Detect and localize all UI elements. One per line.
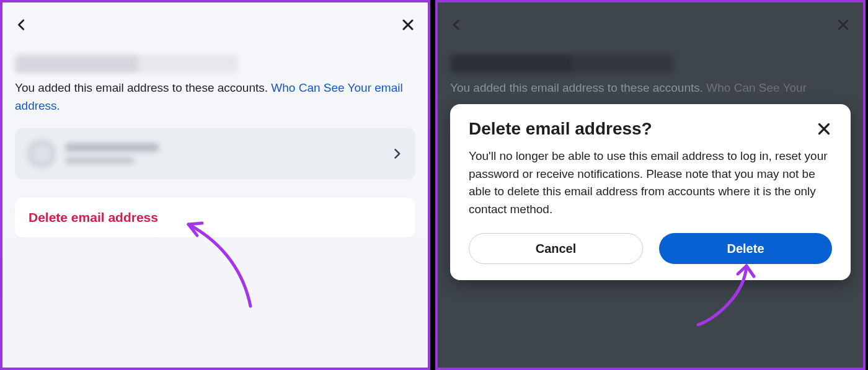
delete-email-label: Delete email address — [29, 210, 158, 224]
account-row-left — [27, 139, 159, 168]
account-row[interactable] — [15, 128, 415, 179]
email-address-redacted — [450, 55, 673, 73]
delete-confirmation-modal: Delete email address? You'll no longer b… — [450, 104, 851, 280]
back-icon[interactable] — [15, 18, 29, 32]
description-text: You added this email address to these ac… — [15, 79, 415, 115]
email-address-redacted — [15, 55, 238, 73]
account-name-redacted — [66, 143, 159, 164]
avatar — [27, 139, 56, 168]
chevron-right-icon — [391, 148, 403, 160]
close-icon[interactable] — [816, 121, 832, 137]
email-settings-panel: You added this email address to these ac… — [0, 0, 430, 370]
cancel-button-label: Cancel — [536, 242, 577, 256]
description-prefix: You added this email address to these ac… — [15, 81, 271, 94]
topbar — [438, 2, 863, 37]
description-prefix: You added this email address to these ac… — [450, 81, 706, 94]
back-icon — [450, 18, 464, 32]
description-text: You added this email address to these ac… — [450, 79, 851, 97]
modal-header: Delete email address? — [469, 119, 832, 139]
delete-button[interactable]: Delete — [659, 233, 832, 264]
modal-actions: Cancel Delete — [469, 233, 832, 264]
close-icon — [836, 17, 851, 32]
who-can-see-link: Who Can See Your — [706, 81, 807, 94]
delete-button-label: Delete — [727, 242, 764, 256]
cancel-button[interactable]: Cancel — [469, 233, 643, 264]
close-icon[interactable] — [401, 17, 415, 32]
modal-title: Delete email address? — [469, 119, 652, 139]
delete-confirmation-panel: You added this email address to these ac… — [435, 0, 866, 370]
modal-body-text: You'll no longer be able to use this ema… — [469, 148, 832, 218]
delete-email-button[interactable]: Delete email address — [15, 198, 415, 237]
topbar — [2, 2, 428, 37]
